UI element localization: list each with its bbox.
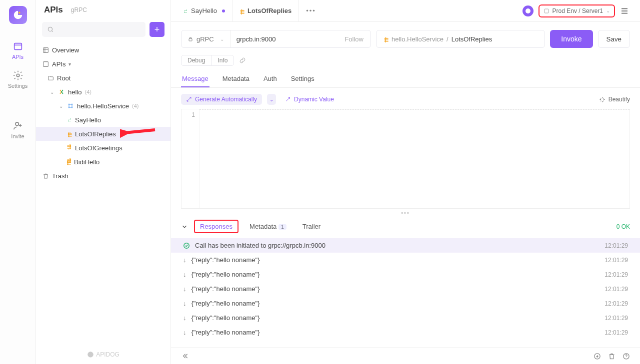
server-stream-icon: →⇶ <box>67 132 72 136</box>
wand-icon <box>186 96 192 102</box>
success-icon <box>183 242 190 249</box>
env-icon <box>544 8 550 14</box>
response-row[interactable]: ↓{"reply":"hello noname"} 12:01:29 <box>171 325 640 340</box>
tree-apis-group[interactable]: APIs ▾ <box>36 57 170 71</box>
environment-selector[interactable]: Prod Env / Server1 ⌄ <box>538 4 615 17</box>
response-row[interactable]: ↓{"reply":"hello noname"} 12:01:29 <box>171 267 640 282</box>
menu-button[interactable] <box>620 6 629 15</box>
mode-toggle: Debug Info <box>181 55 234 66</box>
svg-rect-6 <box>43 61 48 66</box>
response-row[interactable]: ↓{"reply":"hello noname"} 12:01:29 <box>171 296 640 311</box>
method-lotsofgreetings[interactable]: ⇶→ LotsOfGreetings <box>36 141 170 155</box>
svg-rect-13 <box>544 9 548 13</box>
method-bidihello[interactable]: ⇶⇶ BidiHello <box>36 155 170 169</box>
server-stream-icon: →⇶ <box>240 9 244 13</box>
svg-point-3 <box>15 122 18 125</box>
split-handle[interactable]: ••• <box>171 209 640 217</box>
beautify-button[interactable]: Beautify <box>599 96 630 103</box>
brand-footer: APIDOG <box>36 345 170 364</box>
svg-point-12 <box>526 8 530 13</box>
line-gutter: 1 <box>182 109 200 208</box>
chevron-down-icon: ⌄ <box>606 8 610 13</box>
svg-point-10 <box>72 107 72 108</box>
help-button[interactable] <box>622 353 630 360</box>
generate-button[interactable]: Generate Automatically <box>181 94 262 105</box>
rail-settings[interactable]: Settings <box>3 65 33 94</box>
mode-debug[interactable]: Debug <box>182 55 211 65</box>
magic-icon <box>285 96 291 102</box>
svg-rect-5 <box>43 47 48 52</box>
clear-button[interactable] <box>608 353 616 360</box>
svg-point-7 <box>68 104 70 105</box>
reqtab-metadata[interactable]: Metadata <box>222 71 250 87</box>
response-row[interactable]: ↓{"reply":"hello noname"} 12:01:29 <box>171 253 640 267</box>
scroll-bottom-button[interactable] <box>594 353 601 360</box>
reqtab-auth[interactable]: Auth <box>262 71 278 87</box>
response-status: 0 OK <box>616 223 630 230</box>
sidebar-proto: gRPC <box>71 6 87 13</box>
folder-icon <box>47 74 54 81</box>
save-button[interactable]: Save <box>598 30 630 48</box>
url-input[interactable]: grpcb.in:9000 <box>230 30 339 47</box>
response-list: Call has been initiated to grpc://grpcb.… <box>171 238 640 348</box>
client-stream-icon: ⇶→ <box>67 146 72 150</box>
search-input[interactable] <box>42 22 146 37</box>
method-selector[interactable]: →⇶ hello.HelloService / LotsOfReplies <box>376 30 545 48</box>
main-panel: →→ SayHello →⇶ LotsOfReplies ••• Prod En… <box>171 0 640 364</box>
search-icon <box>47 26 54 33</box>
reqtab-message[interactable]: Message <box>181 71 210 87</box>
proto-icon <box>58 88 65 95</box>
method-lotsofreplies[interactable]: →⇶ LotsOfReplies <box>36 127 170 141</box>
tree-service[interactable]: ⌄ hello.HelloService (4) <box>36 99 170 113</box>
proto-select[interactable]: gRPC ⌄ <box>182 30 230 47</box>
method-sayhello[interactable]: →→ SayHello <box>36 113 170 127</box>
mode-info[interactable]: Info <box>211 55 234 65</box>
tree-hello[interactable]: ⌄ hello (4) <box>36 85 170 99</box>
svg-rect-1 <box>14 43 22 50</box>
resptab-responses[interactable]: Responses <box>194 220 238 233</box>
caret-icon: ▾ <box>68 61 74 67</box>
download-icon: ↓ <box>183 314 186 322</box>
tree-trash[interactable]: Trash <box>36 169 170 183</box>
tab-more-button[interactable]: ••• <box>299 7 323 14</box>
chevron-down-icon: ⌄ <box>220 36 224 42</box>
message-editor[interactable]: 1 <box>181 109 630 209</box>
svg-rect-14 <box>189 39 192 41</box>
sparkle-icon <box>599 96 606 103</box>
invoke-button[interactable]: Invoke <box>550 30 592 48</box>
unary-icon: →→ <box>183 9 188 13</box>
tab-lotsofreplies[interactable]: →⇶ LotsOfReplies <box>232 0 299 21</box>
response-row[interactable]: ↓{"reply":"hello noname"} 12:01:29 <box>171 282 640 296</box>
editor-tabs: →→ SayHello →⇶ LotsOfReplies ••• Prod En… <box>171 0 640 22</box>
tree-root[interactable]: Root <box>36 71 170 85</box>
generate-dropdown[interactable]: ⌄ <box>267 94 276 105</box>
add-button[interactable]: + <box>150 22 164 37</box>
download-icon: ↓ <box>183 329 186 336</box>
rail-apis[interactable]: APIs <box>3 36 33 65</box>
collapse-panel-button[interactable] <box>181 352 189 360</box>
api-tree: Overview APIs ▾ Root ⌄ hello (4) ⌄ hello… <box>36 42 170 345</box>
response-row[interactable]: Call has been initiated to grpc://grpcb.… <box>171 238 640 253</box>
tree-overview[interactable]: Overview <box>36 43 170 57</box>
svg-point-4 <box>48 27 52 31</box>
lock-icon <box>188 36 194 42</box>
tab-sayhello[interactable]: →→ SayHello <box>176 0 232 21</box>
reqtab-settings[interactable]: Settings <box>290 71 316 87</box>
rail-invite[interactable]: Invite <box>3 115 33 144</box>
link-icon[interactable] <box>239 57 246 64</box>
chevron-down-icon: ⌄ <box>59 103 64 109</box>
dynamic-value-button[interactable]: Dynamic Value <box>281 94 338 105</box>
follow-button[interactable]: Follow <box>338 30 370 47</box>
app-logo <box>9 6 27 24</box>
response-row[interactable]: ↓{"reply":"hello noname"} 12:01:29 <box>171 311 640 325</box>
collapse-response-button[interactable] <box>181 223 188 230</box>
notification-button[interactable] <box>522 5 534 16</box>
resptab-trailer[interactable]: Trailer <box>298 221 326 232</box>
grid-icon <box>42 46 49 53</box>
resptab-metadata[interactable]: Metadata1 <box>244 221 292 232</box>
trash-icon <box>42 172 49 179</box>
svg-point-9 <box>68 107 70 108</box>
api-icon <box>42 60 49 67</box>
unary-icon: →→ <box>67 118 72 122</box>
service-icon <box>67 102 74 109</box>
